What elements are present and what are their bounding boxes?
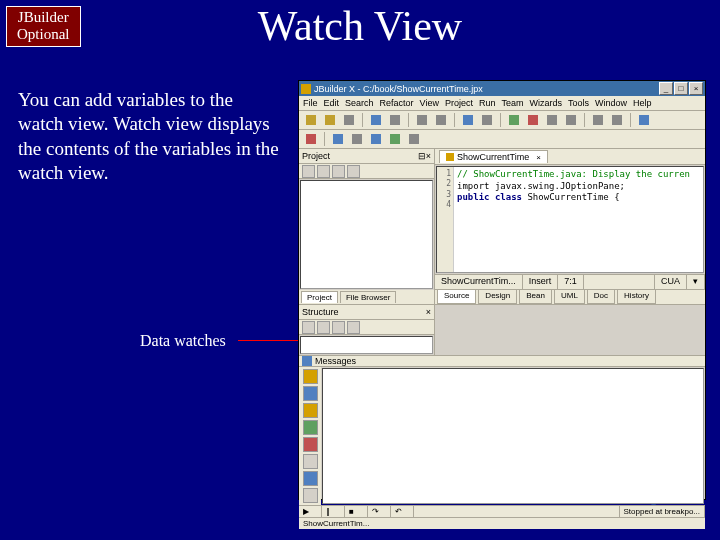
tb-icon[interactable] bbox=[349, 131, 365, 147]
messages-tab[interactable]: ShowCurrentTim... bbox=[299, 517, 705, 529]
messages-tab-label: ShowCurrentTim... bbox=[303, 519, 369, 528]
debug-step-icon[interactable]: ↶ bbox=[391, 506, 414, 517]
callout-label: Data watches bbox=[140, 332, 226, 350]
tb-icon[interactable] bbox=[479, 112, 495, 128]
view-tab-uml[interactable]: UML bbox=[554, 290, 585, 304]
menu-view[interactable]: View bbox=[420, 98, 439, 108]
tb-icon[interactable] bbox=[387, 112, 403, 128]
structure-pane-title: Structure bbox=[302, 307, 339, 317]
tb-debug-icon[interactable] bbox=[525, 112, 541, 128]
tb-back-icon[interactable] bbox=[590, 112, 606, 128]
watch-view-content[interactable] bbox=[322, 368, 704, 504]
pane-close-icon[interactable]: × bbox=[426, 151, 431, 161]
tb-redo-icon[interactable] bbox=[433, 112, 449, 128]
minimize-button[interactable]: _ bbox=[659, 82, 673, 95]
messages-title: Messages bbox=[315, 356, 356, 366]
editor-tab[interactable]: ShowCurrentTime × bbox=[439, 150, 548, 163]
app-icon bbox=[301, 84, 311, 94]
struct-tb-icon[interactable] bbox=[347, 321, 360, 334]
menu-edit[interactable]: Edit bbox=[324, 98, 340, 108]
editor-tab-label: ShowCurrentTime bbox=[457, 152, 529, 162]
tb-run-icon[interactable] bbox=[506, 112, 522, 128]
project-pane: Project ⊟ × Project File Browser bbox=[299, 149, 435, 304]
tb-icon[interactable] bbox=[406, 131, 422, 147]
debug-console-icon[interactable] bbox=[303, 369, 318, 384]
debug-pause-icon[interactable]: ‖ bbox=[322, 506, 345, 517]
view-tab-doc[interactable]: Doc bbox=[587, 290, 615, 304]
menu-window[interactable]: Window bbox=[595, 98, 627, 108]
tab-file-browser[interactable]: File Browser bbox=[340, 291, 396, 303]
code-comment: // ShowCurrentTime.java: Display the cur… bbox=[457, 169, 690, 179]
file-icon bbox=[446, 153, 454, 161]
debug-loaded-icon[interactable] bbox=[303, 420, 318, 435]
gutter-line: 1 bbox=[437, 169, 451, 179]
project-tree[interactable] bbox=[300, 180, 433, 289]
debug-icon[interactable] bbox=[303, 471, 318, 486]
code-editor[interactable]: 1 2 3 4 // ShowCurrentTime.java: Display… bbox=[436, 166, 704, 273]
menu-help[interactable]: Help bbox=[633, 98, 652, 108]
status-dropdown-icon[interactable]: ▾ bbox=[687, 275, 705, 289]
tb-help-icon[interactable] bbox=[636, 112, 652, 128]
tb-icon[interactable] bbox=[387, 131, 403, 147]
tb-undo-icon[interactable] bbox=[414, 112, 430, 128]
maximize-button[interactable]: □ bbox=[674, 82, 688, 95]
status-mode: Insert bbox=[523, 275, 559, 289]
status-enc: CUA bbox=[655, 275, 687, 289]
debug-status: Stopped at breakpo... bbox=[620, 506, 706, 517]
gutter-line: 2 bbox=[437, 179, 451, 189]
tb-fwd-icon[interactable] bbox=[609, 112, 625, 128]
tb-step-icon[interactable] bbox=[303, 131, 319, 147]
debug-icon[interactable] bbox=[303, 454, 318, 469]
proj-tb-icon[interactable] bbox=[332, 165, 345, 178]
tb-icon[interactable] bbox=[544, 112, 560, 128]
tb-icon[interactable] bbox=[563, 112, 579, 128]
menu-file[interactable]: File bbox=[303, 98, 318, 108]
debug-run-icon[interactable]: ▶ bbox=[299, 506, 322, 517]
menu-refactor[interactable]: Refactor bbox=[380, 98, 414, 108]
editor-tab-close-icon[interactable]: × bbox=[536, 153, 541, 162]
debug-icon[interactable] bbox=[303, 488, 318, 503]
menu-team[interactable]: Team bbox=[501, 98, 523, 108]
struct-tb-icon[interactable] bbox=[317, 321, 330, 334]
tab-project[interactable]: Project bbox=[301, 291, 338, 303]
debug-watch-icon[interactable] bbox=[303, 403, 318, 418]
view-tab-design[interactable]: Design bbox=[478, 290, 517, 304]
close-button[interactable]: × bbox=[689, 82, 703, 95]
view-tab-bean[interactable]: Bean bbox=[519, 290, 552, 304]
view-tab-source[interactable]: Source bbox=[437, 290, 476, 304]
toolbar-1 bbox=[299, 111, 705, 130]
code-line: ShowCurrentTime { bbox=[527, 192, 619, 202]
tb-find-icon[interactable] bbox=[460, 112, 476, 128]
tb-icon[interactable] bbox=[330, 131, 346, 147]
messages-icon bbox=[302, 356, 312, 366]
proj-tb-icon[interactable] bbox=[347, 165, 360, 178]
status-file: ShowCurrentTim... bbox=[435, 275, 523, 289]
menu-tools[interactable]: Tools bbox=[568, 98, 589, 108]
code-line: import javax.swing.JOptionPane; bbox=[457, 181, 701, 193]
gutter-line: 3 bbox=[437, 190, 451, 200]
toolbar-2 bbox=[299, 130, 705, 149]
menu-search[interactable]: Search bbox=[345, 98, 374, 108]
tb-new-icon[interactable] bbox=[303, 112, 319, 128]
view-tab-history[interactable]: History bbox=[617, 290, 656, 304]
struct-tb-icon[interactable] bbox=[302, 321, 315, 334]
proj-tb-icon[interactable] bbox=[317, 165, 330, 178]
structure-tree[interactable] bbox=[300, 336, 433, 354]
struct-tb-icon[interactable] bbox=[332, 321, 345, 334]
tb-icon[interactable] bbox=[368, 112, 384, 128]
tb-save-icon[interactable] bbox=[341, 112, 357, 128]
menu-project[interactable]: Project bbox=[445, 98, 473, 108]
tb-open-icon[interactable] bbox=[322, 112, 338, 128]
tb-icon[interactable] bbox=[368, 131, 384, 147]
menubar: File Edit Search Refactor View Project R… bbox=[299, 96, 705, 111]
debug-threads-icon[interactable] bbox=[303, 386, 318, 401]
debug-stop-icon[interactable]: ■ bbox=[345, 506, 368, 517]
pane-pin-icon[interactable]: ⊟ bbox=[418, 151, 426, 161]
menu-run[interactable]: Run bbox=[479, 98, 496, 108]
menu-wizards[interactable]: Wizards bbox=[529, 98, 562, 108]
debug-breakpoint-icon[interactable] bbox=[303, 437, 318, 452]
debug-step-icon[interactable]: ↷ bbox=[368, 506, 391, 517]
pane-close-icon[interactable]: × bbox=[426, 307, 431, 317]
slide-title: Watch View bbox=[0, 2, 720, 50]
proj-tb-icon[interactable] bbox=[302, 165, 315, 178]
